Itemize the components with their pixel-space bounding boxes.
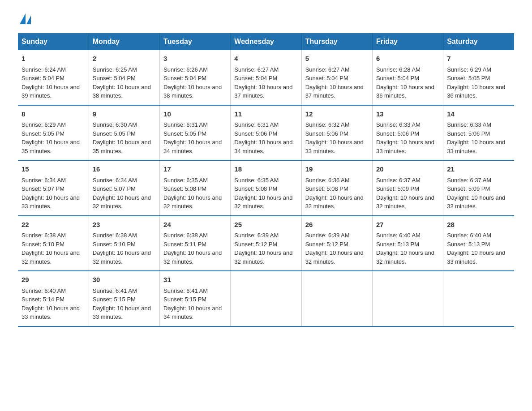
day-sunrise: Sunrise: 6:40 AM bbox=[447, 232, 491, 239]
day-daylight: Daylight: 10 hours and 32 minutes. bbox=[447, 194, 505, 210]
day-number: 17 bbox=[163, 164, 227, 175]
day-cell bbox=[372, 271, 443, 326]
day-daylight: Daylight: 10 hours and 33 minutes. bbox=[21, 305, 80, 321]
day-number: 5 bbox=[305, 54, 369, 64]
day-sunrise: Sunrise: 6:41 AM bbox=[163, 287, 208, 294]
day-sunset: Sunset: 5:07 PM bbox=[93, 185, 136, 192]
day-sunrise: Sunrise: 6:33 AM bbox=[376, 121, 420, 128]
day-cell: 19 Sunrise: 6:36 AM Sunset: 5:08 PM Dayl… bbox=[301, 160, 372, 216]
day-cell: 30 Sunrise: 6:41 AM Sunset: 5:15 PM Dayl… bbox=[89, 271, 159, 326]
day-sunset: Sunset: 5:06 PM bbox=[376, 130, 419, 137]
day-number: 27 bbox=[376, 220, 439, 230]
column-header-wednesday: Wednesday bbox=[231, 33, 301, 50]
day-cell: 18 Sunrise: 6:35 AM Sunset: 5:08 PM Dayl… bbox=[231, 160, 301, 216]
day-sunrise: Sunrise: 6:27 AM bbox=[305, 66, 350, 73]
day-sunset: Sunset: 5:10 PM bbox=[21, 241, 64, 248]
day-daylight: Daylight: 10 hours and 35 minutes. bbox=[93, 139, 151, 154]
day-number: 14 bbox=[447, 109, 511, 120]
day-number: 12 bbox=[305, 109, 369, 120]
day-daylight: Daylight: 10 hours and 33 minutes. bbox=[305, 139, 364, 154]
day-daylight: Daylight: 10 hours and 32 minutes. bbox=[376, 194, 434, 210]
day-cell: 23 Sunrise: 6:38 AM Sunset: 5:10 PM Dayl… bbox=[89, 216, 159, 271]
day-number: 29 bbox=[21, 275, 85, 285]
day-sunrise: Sunrise: 6:40 AM bbox=[376, 232, 420, 239]
day-daylight: Daylight: 10 hours and 38 minutes. bbox=[163, 84, 222, 99]
logo-triangle2-icon bbox=[26, 16, 31, 24]
week-row-4: 22 Sunrise: 6:38 AM Sunset: 5:10 PM Dayl… bbox=[18, 216, 514, 271]
day-number: 25 bbox=[234, 220, 297, 230]
day-cell: 7 Sunrise: 6:29 AM Sunset: 5:05 PM Dayli… bbox=[443, 50, 514, 105]
day-sunset: Sunset: 5:05 PM bbox=[447, 75, 490, 81]
day-number: 26 bbox=[305, 220, 369, 230]
day-sunrise: Sunrise: 6:39 AM bbox=[234, 232, 279, 239]
day-cell: 4 Sunrise: 6:27 AM Sunset: 5:04 PM Dayli… bbox=[231, 50, 301, 105]
day-sunset: Sunset: 5:04 PM bbox=[305, 75, 348, 81]
day-cell: 10 Sunrise: 6:31 AM Sunset: 5:05 PM Dayl… bbox=[160, 105, 231, 161]
day-cell: 2 Sunrise: 6:25 AM Sunset: 5:04 PM Dayli… bbox=[89, 50, 159, 105]
day-cell: 11 Sunrise: 6:31 AM Sunset: 5:06 PM Dayl… bbox=[231, 105, 301, 161]
day-sunrise: Sunrise: 6:36 AM bbox=[305, 177, 350, 184]
day-number: 6 bbox=[376, 54, 439, 64]
day-sunset: Sunset: 5:06 PM bbox=[234, 130, 277, 137]
day-number: 28 bbox=[447, 220, 511, 230]
day-cell: 31 Sunrise: 6:41 AM Sunset: 5:15 PM Dayl… bbox=[160, 271, 231, 326]
day-cell: 14 Sunrise: 6:33 AM Sunset: 5:06 PM Dayl… bbox=[443, 105, 514, 161]
column-header-thursday: Thursday bbox=[301, 33, 372, 50]
day-sunset: Sunset: 5:04 PM bbox=[234, 75, 277, 81]
day-sunrise: Sunrise: 6:38 AM bbox=[21, 232, 66, 239]
day-sunset: Sunset: 5:13 PM bbox=[447, 241, 490, 248]
week-row-5: 29 Sunrise: 6:40 AM Sunset: 5:14 PM Dayl… bbox=[18, 271, 514, 326]
day-sunset: Sunset: 5:10 PM bbox=[93, 241, 136, 248]
day-sunrise: Sunrise: 6:24 AM bbox=[21, 66, 66, 73]
logo-blue-section bbox=[18, 13, 31, 24]
day-cell: 24 Sunrise: 6:38 AM Sunset: 5:11 PM Dayl… bbox=[160, 216, 231, 271]
day-daylight: Daylight: 10 hours and 32 minutes. bbox=[93, 249, 151, 265]
day-sunrise: Sunrise: 6:40 AM bbox=[21, 287, 66, 294]
day-cell bbox=[301, 271, 372, 326]
day-daylight: Daylight: 10 hours and 34 minutes. bbox=[163, 305, 222, 321]
day-daylight: Daylight: 10 hours and 34 minutes. bbox=[234, 139, 292, 154]
day-daylight: Daylight: 10 hours and 32 minutes. bbox=[234, 194, 292, 210]
day-sunrise: Sunrise: 6:37 AM bbox=[447, 177, 491, 184]
day-cell: 28 Sunrise: 6:40 AM Sunset: 5:13 PM Dayl… bbox=[443, 216, 514, 271]
day-daylight: Daylight: 10 hours and 39 minutes. bbox=[21, 84, 80, 99]
day-sunset: Sunset: 5:09 PM bbox=[376, 185, 419, 192]
day-number: 22 bbox=[21, 220, 85, 230]
day-sunset: Sunset: 5:05 PM bbox=[163, 130, 206, 137]
day-sunset: Sunset: 5:04 PM bbox=[21, 75, 64, 81]
week-row-1: 1 Sunrise: 6:24 AM Sunset: 5:04 PM Dayli… bbox=[18, 50, 514, 105]
column-header-friday: Friday bbox=[372, 33, 443, 50]
day-cell: 6 Sunrise: 6:28 AM Sunset: 5:04 PM Dayli… bbox=[372, 50, 443, 105]
day-cell: 21 Sunrise: 6:37 AM Sunset: 5:09 PM Dayl… bbox=[443, 160, 514, 216]
day-cell: 12 Sunrise: 6:32 AM Sunset: 5:06 PM Dayl… bbox=[301, 105, 372, 161]
day-sunset: Sunset: 5:13 PM bbox=[376, 241, 419, 248]
day-sunrise: Sunrise: 6:29 AM bbox=[447, 66, 491, 73]
day-sunrise: Sunrise: 6:34 AM bbox=[21, 177, 66, 184]
day-cell: 20 Sunrise: 6:37 AM Sunset: 5:09 PM Dayl… bbox=[372, 160, 443, 216]
day-sunrise: Sunrise: 6:29 AM bbox=[21, 121, 66, 128]
day-cell: 15 Sunrise: 6:34 AM Sunset: 5:07 PM Dayl… bbox=[18, 160, 89, 216]
day-number: 19 bbox=[305, 164, 369, 175]
day-number: 1 bbox=[21, 54, 85, 64]
day-number: 13 bbox=[376, 109, 439, 120]
day-cell: 29 Sunrise: 6:40 AM Sunset: 5:14 PM Dayl… bbox=[18, 271, 89, 326]
day-sunrise: Sunrise: 6:35 AM bbox=[163, 177, 208, 184]
day-daylight: Daylight: 10 hours and 33 minutes. bbox=[93, 305, 151, 321]
day-sunrise: Sunrise: 6:30 AM bbox=[93, 121, 137, 128]
day-number: 3 bbox=[163, 54, 227, 64]
day-number: 18 bbox=[234, 164, 297, 175]
day-daylight: Daylight: 10 hours and 37 minutes. bbox=[234, 84, 292, 99]
day-number: 8 bbox=[21, 109, 85, 120]
day-number: 10 bbox=[163, 109, 227, 120]
day-sunset: Sunset: 5:11 PM bbox=[163, 241, 206, 248]
day-number: 21 bbox=[447, 164, 511, 175]
day-sunset: Sunset: 5:08 PM bbox=[305, 185, 348, 192]
day-daylight: Daylight: 10 hours and 32 minutes. bbox=[234, 249, 292, 265]
day-cell: 9 Sunrise: 6:30 AM Sunset: 5:05 PM Dayli… bbox=[89, 105, 159, 161]
day-daylight: Daylight: 10 hours and 32 minutes. bbox=[163, 249, 222, 265]
day-number: 20 bbox=[376, 164, 439, 175]
logo bbox=[18, 13, 31, 24]
column-header-tuesday: Tuesday bbox=[160, 33, 231, 50]
day-sunrise: Sunrise: 6:34 AM bbox=[93, 177, 137, 184]
day-daylight: Daylight: 10 hours and 32 minutes. bbox=[21, 249, 80, 265]
